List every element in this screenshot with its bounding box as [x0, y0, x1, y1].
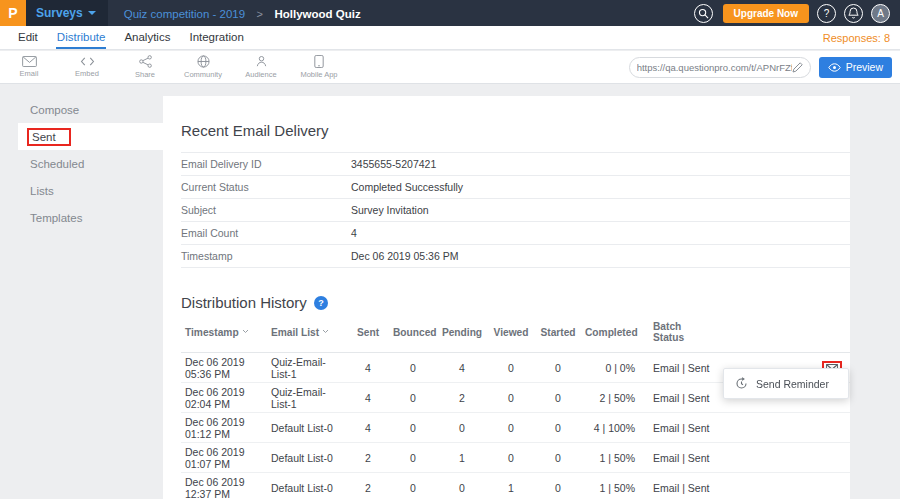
- sidebar-item-templates[interactable]: Templates: [18, 204, 163, 231]
- cell-timestamp: Dec 06 2019 01:12 PM: [181, 413, 267, 443]
- cell-actions: [729, 473, 850, 499]
- cell-email-list: Default List-0: [267, 413, 347, 443]
- share-icon: [139, 55, 152, 68]
- col-viewed: Viewed: [487, 315, 535, 353]
- tab-edit[interactable]: Edit: [17, 26, 39, 49]
- cell-started: 0: [535, 473, 581, 499]
- main-panel: Recent Email Delivery Email Delivery ID …: [163, 96, 850, 499]
- col-timestamp[interactable]: Timestamp: [181, 315, 267, 353]
- toolbar-item-embed[interactable]: Embed: [58, 56, 116, 78]
- toolbar-item-share[interactable]: Share: [116, 55, 174, 79]
- audience-person-icon: [255, 55, 268, 68]
- breadcrumb: Quiz competition - 2019 > Hollywood Quiz: [124, 4, 361, 22]
- delivery-detail-label: Timestamp: [181, 250, 351, 262]
- surveys-dropdown[interactable]: Surveys: [36, 6, 96, 20]
- edit-pencil-icon[interactable]: [792, 62, 803, 73]
- sidebar-item-scheduled[interactable]: Scheduled: [18, 150, 163, 177]
- cell-batch-status: Email | Sent: [639, 443, 729, 473]
- sidebar-item-lists[interactable]: Lists: [18, 177, 163, 204]
- toolbar-item-mobile-app[interactable]: Mobile App: [290, 55, 348, 79]
- cell-viewed: 0: [487, 413, 535, 443]
- sidebar-label: Compose: [30, 104, 79, 116]
- cell-email-list: Quiz-Email-List-1: [267, 353, 347, 383]
- eye-icon: [828, 63, 841, 72]
- cell-sent: 4: [347, 383, 389, 413]
- distribution-history-title: Distribution History: [181, 294, 307, 311]
- cell-batch-status: Email | Sent: [639, 383, 729, 413]
- recent-email-delivery-title: Recent Email Delivery: [181, 96, 850, 139]
- cell-email-list: Quiz-Email-List-1: [267, 383, 347, 413]
- bell-icon: [848, 7, 859, 19]
- cell-pending: 0: [437, 473, 487, 499]
- cell-sent: 4: [347, 353, 389, 383]
- search-button[interactable]: [694, 4, 713, 23]
- cell-batch-status: Email | Sent: [639, 353, 729, 383]
- cell-actions: [729, 413, 850, 443]
- cell-started: 0: [535, 443, 581, 473]
- cell-timestamp: Dec 06 2019 02:04 PM: [181, 383, 267, 413]
- cell-pending: 1: [437, 443, 487, 473]
- col-email-list[interactable]: Email List: [267, 315, 347, 353]
- cell-viewed: 0: [487, 353, 535, 383]
- tab-integration[interactable]: Integration: [188, 26, 244, 49]
- toolbar-item-audience[interactable]: Audience: [232, 55, 290, 79]
- send-reminder-menu-item[interactable]: Send Reminder: [724, 369, 848, 398]
- delivery-detail-row: Current Status Completed Successfully: [181, 176, 850, 199]
- breadcrumb-separator: >: [257, 8, 263, 20]
- cell-bounced: 0: [389, 473, 437, 499]
- cell-started: 0: [535, 413, 581, 443]
- cell-pending: 0: [437, 413, 487, 443]
- search-icon: [698, 8, 709, 19]
- history-row: Dec 06 2019 12:37 PM Default List-0 2 0 …: [181, 473, 850, 499]
- delivery-detail-row: Email Count 4: [181, 222, 850, 245]
- delivery-detail-label: Email Delivery ID: [181, 158, 351, 170]
- survey-url-field: [629, 57, 811, 78]
- notifications-button[interactable]: [844, 4, 863, 23]
- delivery-detail-row: Email Delivery ID 3455655-5207421: [181, 153, 850, 176]
- responses-count[interactable]: Responses: 8: [823, 32, 890, 44]
- cell-pending: 2: [437, 383, 487, 413]
- cell-timestamp: Dec 06 2019 01:07 PM: [181, 443, 267, 473]
- delivery-detail-label: Subject: [181, 204, 351, 216]
- distribution-history-table: Timestamp Email List Sent Bounced Pendin…: [181, 315, 850, 499]
- toolbar-label: Community: [184, 70, 222, 79]
- breadcrumb-parent-link[interactable]: Quiz competition - 2019: [124, 8, 245, 20]
- delivery-detail-value: Completed Successfully: [351, 181, 463, 193]
- community-globe-icon: [197, 55, 210, 68]
- preview-button[interactable]: Preview: [819, 57, 892, 78]
- upgrade-now-button[interactable]: Upgrade Now: [723, 4, 809, 23]
- questionpro-logo[interactable]: P: [0, 0, 26, 26]
- history-row: Dec 06 2019 01:12 PM Default List-0 4 0 …: [181, 413, 850, 443]
- sidebar-item-compose[interactable]: Compose: [18, 96, 163, 123]
- cell-bounced: 0: [389, 383, 437, 413]
- delivery-detail-value: 3455655-5207421: [351, 158, 436, 170]
- delivery-detail-row: Subject Survey Invitation: [181, 199, 850, 222]
- tab-distribute[interactable]: Distribute: [56, 26, 107, 49]
- toolbar-item-email[interactable]: Email: [0, 56, 58, 78]
- cell-started: 0: [535, 353, 581, 383]
- sidebar-item-sent[interactable]: Sent: [18, 123, 163, 150]
- reminder-clock-icon: [735, 377, 748, 390]
- sidebar-label: Lists: [30, 185, 54, 197]
- sort-chevron-icon: [322, 329, 329, 334]
- help-button[interactable]: ?: [817, 4, 836, 23]
- distribution-history-header: Distribution History ?: [181, 294, 850, 311]
- avatar[interactable]: A: [871, 4, 890, 23]
- sort-chevron-icon: [242, 329, 249, 334]
- col-pending: Pending: [437, 315, 487, 353]
- email-icon: [22, 56, 37, 67]
- help-badge-icon[interactable]: ?: [314, 296, 328, 310]
- history-table-header: Timestamp Email List Sent Bounced Pendin…: [181, 315, 850, 353]
- tab-analytics[interactable]: Analytics: [123, 26, 171, 49]
- survey-nav: Edit Distribute Analytics Integration Re…: [0, 26, 900, 50]
- delivery-details-table: Email Delivery ID 3455655-5207421 Curren…: [181, 152, 850, 268]
- survey-url-input[interactable]: [637, 62, 792, 73]
- topbar-right-section: Quiz competition - 2019 > Hollywood Quiz…: [108, 0, 900, 26]
- preview-label: Preview: [846, 61, 883, 73]
- recent-email-delivery-section: Recent Email Delivery Email Delivery ID …: [181, 96, 850, 268]
- cell-started: 0: [535, 383, 581, 413]
- toolbar-item-community[interactable]: Community: [174, 55, 232, 79]
- sidebar-label: Sent: [27, 128, 71, 146]
- col-actions: [729, 315, 850, 353]
- delivery-detail-row: Timestamp Dec 06 2019 05:36 PM: [181, 245, 850, 268]
